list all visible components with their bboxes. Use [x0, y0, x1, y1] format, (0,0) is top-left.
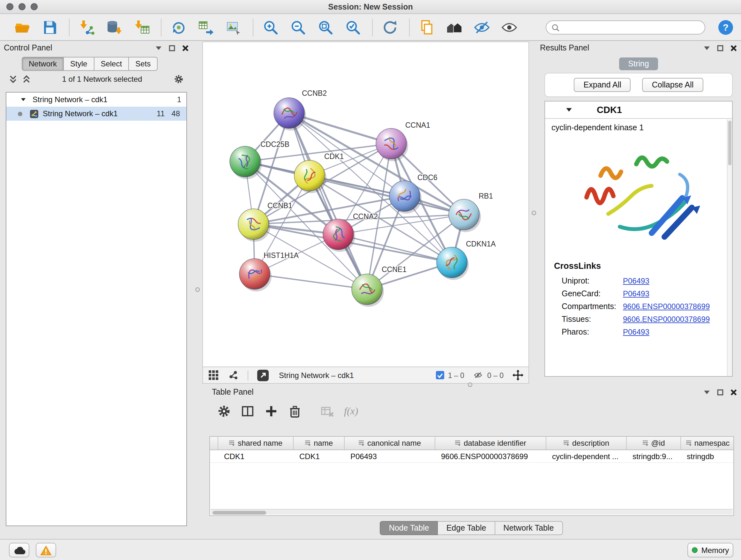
tab-style[interactable]: Style	[64, 57, 94, 71]
column-header-name[interactable]: name	[293, 437, 345, 449]
tab-network[interactable]: Network	[22, 57, 64, 71]
table-hscrollbar[interactable]	[211, 509, 733, 515]
table-cell[interactable]: cyclin-dependent ...	[546, 450, 627, 462]
warnings-button[interactable]	[36, 543, 56, 557]
import-network-file-button[interactable]	[78, 19, 95, 36]
apply-layout-button[interactable]	[382, 19, 398, 36]
node-HIST1H1A[interactable]: HIST1H1A	[239, 251, 299, 292]
copy-document-button[interactable]	[419, 19, 435, 36]
panel-menu-icon[interactable]	[703, 388, 711, 395]
network-canvas-svg[interactable]: CCNB2CCNA1CDC25BCDK1CDC6RB1CCNB1CCNA2CDK…	[203, 42, 529, 367]
table-cell[interactable]: P06493	[345, 450, 435, 462]
maximize-window-button[interactable]	[30, 3, 38, 10]
minimize-window-button[interactable]	[18, 3, 25, 10]
home-pages-button[interactable]	[446, 19, 463, 36]
memory-button[interactable]: Memory	[687, 543, 733, 557]
node-CCNA1[interactable]: CCNA1	[376, 121, 430, 161]
table-settings-gear-icon[interactable]	[217, 404, 231, 418]
column-header-description[interactable]: description	[546, 437, 627, 449]
crosslink-link[interactable]: 9606.ENSP00000378699	[623, 315, 710, 324]
expand-all-icon[interactable]	[9, 75, 17, 84]
panel-menu-icon[interactable]	[703, 44, 711, 51]
column-header--id[interactable]: @id	[627, 437, 681, 449]
zoom-out-button[interactable]	[290, 19, 307, 36]
selected-checkbox-icon[interactable]	[436, 371, 444, 379]
node-count: 11	[148, 109, 165, 118]
network-glyph-icon[interactable]	[228, 370, 239, 381]
zoom-selected-button[interactable]	[345, 19, 361, 36]
tab-node-table[interactable]: Node Table	[380, 521, 438, 535]
show-graphics-button[interactable]	[501, 19, 518, 36]
function-builder-fx[interactable]: f(x)	[344, 406, 358, 417]
column-header-namespac[interactable]: namespac	[681, 437, 734, 449]
splitter-handle-bottom[interactable]	[468, 382, 472, 387]
table-tabs: Node TableEdge TableNetwork Table	[205, 521, 737, 535]
table-cell[interactable]: stringdb	[681, 450, 734, 462]
network-tools-button[interactable]	[171, 19, 187, 36]
column-header-canonical-name[interactable]: canonical name	[345, 437, 435, 449]
fit-content-button[interactable]	[317, 19, 334, 36]
table-cell[interactable]: stringdb:9...	[627, 450, 681, 462]
collapse-triangle-icon[interactable]	[20, 97, 26, 102]
node-RB1[interactable]: RB1	[449, 192, 493, 232]
export-image-button[interactable]	[225, 19, 242, 36]
float-panel-icon[interactable]	[169, 44, 176, 51]
results-scrollbar[interactable]	[727, 119, 732, 376]
close-panel-icon[interactable]	[730, 388, 737, 395]
float-panel-icon[interactable]	[717, 388, 724, 395]
table-row[interactable]: CDK1CDK1P064939606.ENSP00000378699cyclin…	[210, 450, 733, 463]
column-header-shared-name[interactable]: shared name	[218, 437, 293, 449]
close-window-button[interactable]	[6, 3, 13, 10]
table-cell[interactable]: CDK1	[293, 450, 345, 462]
panel-menu-icon[interactable]	[155, 44, 162, 51]
edge-CCNB2-CCNE1[interactable]	[289, 113, 367, 289]
hidden-eye-slash-icon[interactable]	[473, 371, 483, 379]
table-cell[interactable]: 9606.ENSP00000378699	[435, 450, 546, 462]
crosslink-link[interactable]: P06493	[623, 327, 650, 336]
node-CCNB2[interactable]: CCNB2	[274, 89, 327, 131]
close-panel-icon[interactable]	[182, 44, 189, 51]
help-button[interactable]: ?	[718, 19, 734, 36]
tab-sets[interactable]: Sets	[129, 57, 158, 71]
crosslink-link[interactable]: P06493	[623, 289, 650, 298]
refresh-arrows-icon	[382, 19, 398, 36]
table-cell[interactable]: CDK1	[218, 450, 293, 462]
collapse-all-button[interactable]: Collapse All	[643, 78, 703, 92]
entry-collapse-triangle-icon[interactable]	[565, 107, 572, 113]
node-CDKN1A[interactable]: CDKN1A	[436, 240, 496, 280]
expand-all-button[interactable]: Expand All	[574, 78, 631, 92]
tab-network-table[interactable]: Network Table	[495, 521, 562, 535]
crosslink-link[interactable]: P06493	[623, 276, 650, 286]
birds-eye-grid-icon[interactable]	[208, 370, 219, 381]
float-panel-icon[interactable]	[717, 44, 724, 51]
import-network-database-button[interactable]	[106, 19, 123, 36]
pan-move-icon[interactable]	[513, 370, 523, 381]
tab-select[interactable]: Select	[94, 57, 129, 71]
search-input[interactable]	[560, 23, 699, 32]
import-table-file-button[interactable]	[133, 19, 150, 36]
tab-string[interactable]: String	[619, 57, 658, 70]
add-column-icon[interactable]	[264, 404, 278, 418]
gear-icon[interactable]	[174, 74, 184, 84]
zoom-in-button[interactable]	[262, 19, 279, 36]
collapse-all-icon[interactable]	[22, 75, 30, 84]
column-header-database-identifier[interactable]: database identifier	[435, 437, 546, 449]
crosslink-link[interactable]: 9606.ENSP00000378699	[623, 302, 710, 311]
open-in-new-icon[interactable]	[257, 369, 269, 381]
splitter-handle-right[interactable]	[532, 211, 536, 215]
splitter-handle-left[interactable]	[195, 287, 200, 292]
cloud-button[interactable]	[9, 543, 29, 557]
open-session-button[interactable]	[14, 19, 30, 36]
tab-edge-table[interactable]: Edge Table	[438, 521, 495, 535]
hscroll-thumb[interactable]	[212, 510, 266, 514]
hide-graphics-button[interactable]	[474, 19, 490, 36]
network-row-selected[interactable]: String Network – cdk1 11 48	[6, 107, 186, 121]
save-session-button[interactable]	[42, 19, 58, 36]
select-columns-icon[interactable]	[241, 404, 255, 418]
export-table-button[interactable]	[198, 19, 214, 36]
node-CDC6[interactable]: CDC6	[389, 173, 437, 213]
delete-column-icon[interactable]	[288, 404, 302, 418]
network-collection-row[interactable]: String Network – cdk1 1	[6, 92, 186, 107]
node-CDK1[interactable]: CDK1	[294, 152, 344, 193]
close-panel-icon[interactable]	[730, 44, 737, 51]
